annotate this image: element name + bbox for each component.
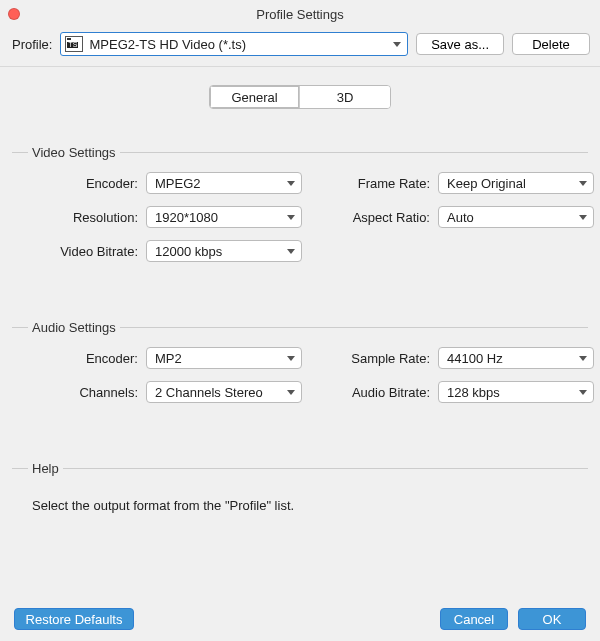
resolution-value: 1920*1080 bbox=[155, 210, 218, 225]
sample-rate-select[interactable]: 44100 Hz bbox=[438, 347, 594, 369]
help-title: Help bbox=[12, 461, 588, 476]
resolution-label: Resolution: bbox=[12, 210, 146, 225]
video-settings-grid: Encoder: MPEG2 Frame Rate: Keep Original… bbox=[12, 172, 588, 262]
audio-settings-grid: Encoder: MP2 Sample Rate: 44100 Hz Chann… bbox=[12, 347, 588, 403]
aspect-ratio-label: Aspect Ratio: bbox=[302, 210, 438, 225]
restore-defaults-button[interactable]: Restore Defaults bbox=[14, 608, 134, 630]
audio-bitrate-value: 128 kbps bbox=[447, 385, 500, 400]
tab-general[interactable]: General bbox=[210, 86, 300, 108]
video-settings-title: Video Settings bbox=[12, 145, 588, 160]
audio-encoder-label: Encoder: bbox=[12, 351, 146, 366]
save-as-button[interactable]: Save as... bbox=[416, 33, 504, 55]
window-title: Profile Settings bbox=[0, 7, 600, 22]
video-encoder-select[interactable]: MPEG2 bbox=[146, 172, 302, 194]
chevron-down-icon bbox=[579, 356, 587, 361]
delete-button[interactable]: Delete bbox=[512, 33, 590, 55]
audio-settings-label: Audio Settings bbox=[32, 320, 116, 335]
profile-label: Profile: bbox=[12, 37, 52, 52]
tab-3d[interactable]: 3D bbox=[300, 86, 390, 108]
sample-rate-label: Sample Rate: bbox=[302, 351, 438, 366]
content: Video Settings Encoder: MPEG2 Frame Rate… bbox=[0, 117, 600, 513]
audio-bitrate-select[interactable]: 128 kbps bbox=[438, 381, 594, 403]
cancel-button[interactable]: Cancel bbox=[440, 608, 508, 630]
chevron-down-icon bbox=[579, 181, 587, 186]
video-bitrate-select[interactable]: 12000 kbps bbox=[146, 240, 302, 262]
footer: Restore Defaults Cancel OK bbox=[0, 597, 600, 641]
tab-row: General 3D bbox=[0, 67, 600, 117]
video-bitrate-label: Video Bitrate: bbox=[12, 244, 146, 259]
chevron-down-icon bbox=[287, 390, 295, 395]
resolution-select[interactable]: 1920*1080 bbox=[146, 206, 302, 228]
aspect-ratio-value: Auto bbox=[447, 210, 474, 225]
chevron-down-icon bbox=[287, 249, 295, 254]
profile-selected: MPEG2-TS HD Video (*.ts) bbox=[89, 37, 387, 52]
audio-encoder-value: MP2 bbox=[155, 351, 182, 366]
frame-rate-select[interactable]: Keep Original bbox=[438, 172, 594, 194]
ok-button[interactable]: OK bbox=[518, 608, 586, 630]
video-settings-label: Video Settings bbox=[32, 145, 116, 160]
titlebar: Profile Settings bbox=[0, 0, 600, 28]
chevron-down-icon bbox=[579, 390, 587, 395]
video-encoder-value: MPEG2 bbox=[155, 176, 201, 191]
ts-file-icon bbox=[65, 36, 83, 52]
aspect-ratio-select[interactable]: Auto bbox=[438, 206, 594, 228]
audio-bitrate-label: Audio Bitrate: bbox=[302, 385, 438, 400]
chevron-down-icon bbox=[287, 181, 295, 186]
frame-rate-value: Keep Original bbox=[447, 176, 526, 191]
chevron-down-icon bbox=[287, 215, 295, 220]
sample-rate-value: 44100 Hz bbox=[447, 351, 503, 366]
frame-rate-label: Frame Rate: bbox=[302, 176, 438, 191]
tab-segment: General 3D bbox=[209, 85, 391, 109]
channels-label: Channels: bbox=[12, 385, 146, 400]
video-bitrate-value: 12000 kbps bbox=[155, 244, 222, 259]
chevron-down-icon bbox=[579, 215, 587, 220]
profile-bar: Profile: MPEG2-TS HD Video (*.ts) Save a… bbox=[0, 28, 600, 67]
encoder-label: Encoder: bbox=[12, 176, 146, 191]
chevron-down-icon bbox=[287, 356, 295, 361]
channels-select[interactable]: 2 Channels Stereo bbox=[146, 381, 302, 403]
help-text: Select the output format from the "Profi… bbox=[12, 488, 588, 513]
chevron-down-icon bbox=[393, 42, 401, 47]
audio-encoder-select[interactable]: MP2 bbox=[146, 347, 302, 369]
audio-settings-title: Audio Settings bbox=[12, 320, 588, 335]
help-label: Help bbox=[32, 461, 59, 476]
channels-value: 2 Channels Stereo bbox=[155, 385, 263, 400]
profile-select[interactable]: MPEG2-TS HD Video (*.ts) bbox=[60, 32, 408, 56]
close-icon[interactable] bbox=[8, 8, 20, 20]
